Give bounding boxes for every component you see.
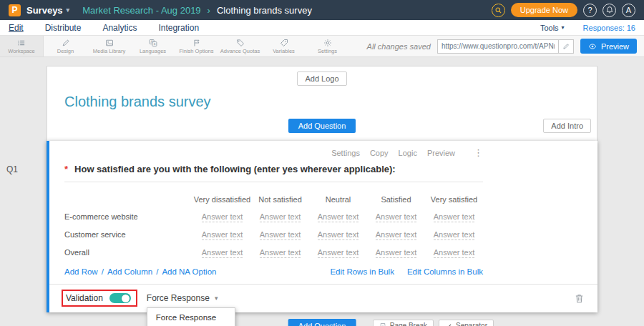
add-na-option-link[interactable]: Add NA Option [162, 267, 216, 276]
languages-icon: Aa [149, 39, 157, 47]
matrix-answer-cell[interactable]: Answer text [193, 247, 251, 257]
tab-edit[interactable]: Edit [9, 23, 24, 33]
toolbar-right: All changes saved Preview [367, 36, 637, 56]
toolbar-item-label: Advance Quotas [220, 48, 260, 54]
survey-title[interactable]: Clothing brands survey [47, 87, 597, 119]
pencil-icon [562, 43, 570, 50]
question-logic-link[interactable]: Logic [399, 149, 417, 157]
notifications-button[interactable] [602, 4, 616, 17]
survey-url-input[interactable] [437, 39, 559, 54]
matrix-column-header[interactable]: Neutral [309, 195, 367, 204]
breadcrumb-current: Clothing brands survey [217, 5, 312, 16]
matrix-answer-cell[interactable]: Answer text [425, 247, 483, 257]
matrix-answer-cell[interactable]: Answer text [309, 229, 367, 239]
matrix-column-header[interactable]: Not satisfied [251, 195, 309, 204]
menu-item-force-response[interactable]: Force Response [147, 308, 235, 326]
workspace-icon [17, 39, 26, 47]
check-icon [445, 322, 452, 326]
force-response-dropdown[interactable]: Force Response ▾ Force Response Request … [147, 293, 218, 303]
add-logo-button[interactable]: Add Logo [297, 71, 346, 86]
finish-options-icon [192, 39, 201, 47]
matrix-row: E-commerce website Answer text Answer te… [64, 207, 483, 225]
toolbar-item-label: Workspace [8, 48, 34, 54]
tab-distribute[interactable]: Distribute [45, 23, 82, 33]
answer-text-placeholder: Answer text [434, 230, 474, 240]
answer-text-placeholder: Answer text [260, 212, 301, 222]
toolbar-item-finish-options[interactable]: Finish Options [175, 36, 218, 56]
matrix-row-label[interactable]: Customer service [64, 230, 193, 239]
toolbar-item-design[interactable]: Design [44, 36, 87, 56]
bell-icon [605, 6, 614, 14]
delete-question-button[interactable] [574, 293, 585, 304]
question-settings-link[interactable]: Settings [331, 149, 360, 157]
question-copy-link[interactable]: Copy [370, 149, 389, 157]
survey-header-card: Add Logo Clothing brands survey Add Ques… [47, 66, 597, 141]
matrix-answer-cell[interactable]: Answer text [425, 212, 483, 222]
add-intro-button[interactable]: Add Intro [543, 119, 591, 133]
matrix-row-label[interactable]: Overall [64, 248, 193, 257]
matrix-answer-cell[interactable]: Answer text [367, 229, 425, 239]
question-block-q1: Settings Copy Logic Preview ⋮ *How satis… [47, 141, 597, 312]
toolbar-item-settings[interactable]: Settings [306, 36, 349, 56]
matrix-column-header[interactable]: Very dissatisfied [193, 195, 251, 204]
add-question-button-top[interactable]: Add Question [288, 119, 356, 133]
toolbar-item-workspace[interactable]: Workspace [0, 36, 44, 56]
add-row-link[interactable]: Add Row [64, 267, 98, 276]
breadcrumb-folder[interactable]: Market Research - Aug 2019 [82, 5, 200, 16]
validation-label: Validation [66, 293, 103, 303]
breadcrumb: Market Research - Aug 2019 › Clothing br… [82, 5, 312, 16]
questionpro-logo[interactable]: P [9, 4, 21, 16]
answer-text-placeholder: Answer text [202, 230, 243, 240]
question-text-row[interactable]: *How satisfied are you with the followin… [64, 162, 483, 182]
matrix-answer-cell[interactable]: Answer text [425, 229, 483, 239]
toolbar-item-advance-quotas[interactable]: Advance Quotas [218, 36, 262, 56]
link-separator: / [156, 267, 158, 276]
add-column-link[interactable]: Add Column [107, 267, 152, 276]
add-question-button-bottom[interactable]: Add Question [288, 319, 356, 326]
matrix-answer-cell[interactable]: Answer text [309, 212, 367, 222]
avatar[interactable]: A [622, 4, 635, 17]
chevron-down-icon: ▾ [215, 295, 218, 302]
edit-columns-in-bulk-link[interactable]: Edit Columns in Bulk [407, 267, 483, 276]
answer-text-placeholder: Answer text [376, 212, 416, 222]
search-button[interactable] [492, 4, 505, 17]
matrix-answer-cell[interactable]: Answer text [193, 212, 251, 222]
page-break-button[interactable]: Page Break [373, 320, 434, 326]
separator-label: Separator [456, 322, 487, 326]
matrix-column-header[interactable]: Very satisfied [425, 195, 483, 204]
matrix-answer-cell[interactable]: Answer text [251, 247, 309, 257]
matrix-row-label[interactable]: E-commerce website [64, 212, 193, 221]
matrix-answer-cell[interactable]: Answer text [309, 247, 367, 257]
matrix-answer-cell[interactable]: Answer text [367, 247, 425, 257]
nav-right: Tools ▾ Responses: 16 [540, 24, 635, 32]
question-preview-link[interactable]: Preview [427, 149, 455, 157]
edit-rows-in-bulk-link[interactable]: Edit Rows in Bulk [330, 267, 394, 276]
surveys-menu[interactable]: Surveys ▾ [26, 5, 69, 16]
matrix-answer-cell[interactable]: Answer text [193, 229, 251, 239]
separator-button[interactable]: Separator [439, 320, 494, 326]
toolbar-item-languages[interactable]: Aa Languages [131, 36, 175, 56]
advance-quotas-icon [236, 39, 245, 47]
more-options-icon[interactable]: ⋮ [474, 147, 483, 158]
responses-count-link[interactable]: Responses: 16 [583, 24, 635, 32]
media-library-icon [105, 39, 114, 47]
toolbar-item-media-library[interactable]: Media Library [87, 36, 131, 56]
preview-button[interactable]: Preview [580, 39, 637, 54]
matrix-answer-cell[interactable]: Answer text [251, 212, 309, 222]
tools-menu[interactable]: Tools ▾ [540, 24, 565, 32]
answer-text-placeholder: Answer text [434, 212, 474, 222]
validation-toggle[interactable] [109, 293, 131, 303]
toolbar-item-variables[interactable]: Variables [262, 36, 306, 56]
matrix-row: Customer service Answer text Answer text… [64, 225, 483, 243]
upgrade-button[interactable]: Upgrade Now [511, 3, 577, 17]
tab-analytics[interactable]: Analytics [102, 23, 137, 33]
edit-url-button[interactable] [559, 39, 574, 54]
matrix-answer-cell[interactable]: Answer text [251, 229, 309, 239]
top-bar: P Surveys ▾ Market Research - Aug 2019 ›… [0, 0, 644, 20]
force-response-dropdown-label: Force Response [147, 293, 210, 303]
tab-integration[interactable]: Integration [158, 23, 199, 33]
matrix-column-header[interactable]: Satisfied [367, 195, 425, 204]
help-button[interactable]: ? [583, 4, 597, 17]
answer-text-placeholder: Answer text [376, 248, 416, 258]
matrix-answer-cell[interactable]: Answer text [367, 212, 425, 222]
